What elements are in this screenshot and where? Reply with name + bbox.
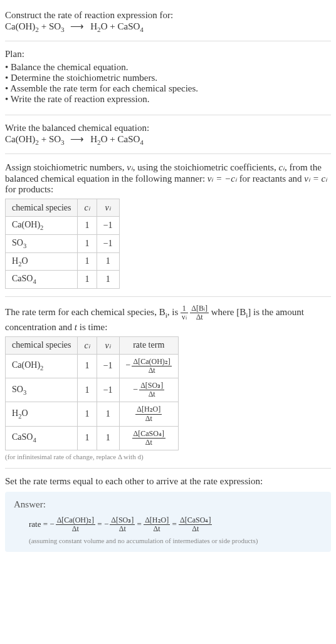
rate-term-text: The rate term for each chemical species,… (5, 304, 331, 332)
answer-label: Answer: (14, 499, 322, 510)
frac-1-over-nu: 1νᵢ (181, 304, 187, 321)
cell-species: H2O (6, 252, 78, 271)
cell-rate-term: Δ[CaSO₄]Δt (119, 426, 178, 450)
cell-nu: −1 (97, 217, 119, 235)
arrow-icon: ⟶ (66, 21, 88, 31)
answer-box: Answer: rate = −Δ[Ca(OH)₂]Δt = −Δ[SO₃]Δt… (5, 492, 331, 552)
cell-nu: −1 (97, 234, 119, 252)
cell-c: 1 (78, 234, 97, 252)
list-item: Balance the chemical equation. (5, 62, 331, 73)
stoich-table: chemical species cᵢ νᵢ Ca(OH)2 1 −1 SO3 … (5, 199, 120, 289)
cell-c: 1 (78, 271, 97, 289)
divider (5, 296, 331, 297)
col-c: cᵢ (78, 336, 97, 354)
rate-term-section: The rate term for each chemical species,… (5, 299, 331, 465)
table-row: CaSO4 1 1 (6, 271, 120, 289)
set-equal-text: Set the rate terms equal to each other t… (5, 476, 331, 487)
product-2: CaSO4 (118, 21, 144, 31)
plan-label: Plan: (5, 49, 331, 60)
cell-rate-term: Δ[H₂O]Δt (119, 402, 178, 426)
list-item: Determine the stoichiometric numbers. (5, 73, 331, 83)
table-header-row: chemical species cᵢ νᵢ rate term (6, 336, 179, 354)
col-nu: νᵢ (97, 336, 119, 354)
divider (5, 153, 331, 154)
reactant-1: Ca(OH)2 (5, 21, 39, 31)
assumption-note: (assuming constant volume and no accumul… (14, 537, 322, 544)
cell-species: CaSO4 (6, 271, 78, 289)
stoich-section: Assign stoichiometric numbers, νᵢ, using… (5, 157, 331, 294)
table-row: Ca(OH)2 1 −1 −Δ[Ca(OH)₂]Δt (6, 354, 179, 378)
table-row: H2O 1 1 Δ[H₂O]Δt (6, 402, 179, 426)
reactant-2: SO3 (49, 21, 65, 31)
frac-delta-b: Δ[Bᵢ]Δt (190, 304, 209, 321)
cell-species: Ca(OH)2 (6, 217, 78, 235)
cell-nu: 1 (97, 252, 119, 271)
product-1: H2O (90, 21, 107, 31)
table-row: CaSO4 1 1 Δ[CaSO₄]Δt (6, 426, 179, 450)
title: Construct the rate of reaction expressio… (5, 10, 331, 21)
balanced-label: Write the balanced chemical equation: (5, 123, 331, 133)
list-item: Write the rate of reaction expression. (5, 94, 331, 105)
infinitesimal-note: (for infinitesimal rate of change, repla… (5, 453, 331, 460)
problem-statement: Construct the rate of reaction expressio… (5, 5, 331, 38)
cell-species: SO3 (6, 234, 78, 252)
stoich-text: Assign stoichiometric numbers, νᵢ, using… (5, 162, 331, 195)
reaction-equation: Ca(OH)2 + SO3 ⟶ H2O + CaSO4 (5, 21, 331, 33)
plan-section: Plan: Balance the chemical equation. Det… (5, 44, 331, 112)
balanced-section: Write the balanced chemical equation: Ca… (5, 118, 331, 151)
divider (5, 468, 331, 469)
cell-c: 1 (78, 252, 97, 271)
rate-expression: rate = −Δ[Ca(OH)₂]Δt = −Δ[SO₃]Δt = Δ[H₂O… (14, 516, 322, 533)
final-section: Set the rate terms equal to each other t… (5, 471, 331, 557)
cell-c: 1 (78, 217, 97, 235)
col-species: chemical species (6, 199, 78, 217)
table-header-row: chemical species cᵢ νᵢ (6, 199, 120, 217)
table-row: SO3 1 −1 −Δ[SO₃]Δt (6, 378, 179, 402)
cell-nu: 1 (97, 271, 119, 289)
arrow-icon: ⟶ (66, 134, 88, 144)
table-row: Ca(OH)2 1 −1 (6, 217, 120, 235)
rate-term-table: chemical species cᵢ νᵢ rate term Ca(OH)2… (5, 336, 179, 451)
col-rate-term: rate term (119, 336, 178, 354)
table-row: H2O 1 1 (6, 252, 120, 271)
col-c: cᵢ (78, 199, 97, 217)
divider (5, 115, 331, 115)
balanced-equation: Ca(OH)2 + SO3 ⟶ H2O + CaSO4 (5, 133, 331, 146)
cell-rate-term: −Δ[SO₃]Δt (119, 378, 178, 402)
col-species: chemical species (6, 336, 78, 354)
cell-rate-term: −Δ[Ca(OH)₂]Δt (119, 354, 178, 378)
col-nu: νᵢ (97, 199, 119, 217)
table-row: SO3 1 −1 (6, 234, 120, 252)
list-item: Assemble the rate term for each chemical… (5, 83, 331, 94)
divider (5, 41, 331, 41)
plan-list: Balance the chemical equation. Determine… (5, 62, 331, 105)
